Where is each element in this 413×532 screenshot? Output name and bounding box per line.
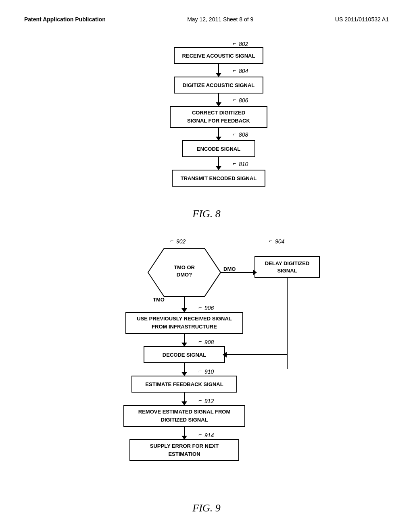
svg-text:DELAY DIGITIZED: DELAY DIGITIZED [265,260,310,266]
svg-text:904: 904 [275,238,285,245]
svg-text:⌐: ⌐ [233,96,236,103]
svg-text:⌐: ⌐ [233,160,236,166]
svg-marker-60 [181,372,187,376]
svg-text:ESTIMATE FEEDBACK SIGNAL: ESTIMATE FEEDBACK SIGNAL [145,381,223,387]
svg-text:FROM INFRASTRUCTURE: FROM INFRASTRUCTURE [152,324,217,330]
svg-text:914: 914 [204,432,214,438]
svg-text:⌐: ⌐ [233,40,236,46]
svg-marker-66 [181,401,187,405]
svg-text:808: 808 [239,131,248,138]
fig8-svg: 802 ⌐ RECEIVE ACOUSTIC SIGNAL 804 ⌐ DIGI… [114,35,299,204]
svg-text:804: 804 [239,68,248,74]
svg-text:DECODE SIGNAL: DECODE SIGNAL [163,352,206,358]
fig9-diagram: 902 ⌐ TMO OR DMO? DMO 904 ⌐ DELAY DIGITI… [24,232,389,498]
svg-text:906: 906 [204,305,214,311]
svg-text:802: 802 [239,41,248,47]
svg-marker-24 [216,166,221,170]
fig8-diagram: 802 ⌐ RECEIVE ACOUSTIC SIGNAL 804 ⌐ DIGI… [24,35,389,204]
svg-text:DIGITIZE ACOUSTIC SIGNAL: DIGITIZE ACOUSTIC SIGNAL [183,82,255,88]
svg-text:⌐: ⌐ [233,67,236,73]
svg-text:902: 902 [176,238,186,245]
svg-text:⌐: ⌐ [198,431,202,438]
svg-text:REMOVE ESTIMATED SIGNAL FROM: REMOVE ESTIMATED SIGNAL FROM [138,409,230,415]
svg-text:⌐: ⌐ [198,397,202,403]
svg-text:SIGNAL FOR FEEDBACK: SIGNAL FOR FEEDBACK [187,118,250,124]
svg-text:⌐: ⌐ [198,338,202,345]
svg-text:⌐: ⌐ [198,304,202,310]
fig9-caption: FIG. 9 [24,502,389,514]
svg-marker-11 [216,102,221,106]
svg-text:DMO?: DMO? [177,272,192,278]
svg-text:806: 806 [239,97,248,104]
svg-text:SIGNAL: SIGNAL [277,268,297,274]
svg-text:CORRECT DIGITIZED: CORRECT DIGITIZED [192,110,245,116]
svg-text:⌐: ⌐ [170,237,173,244]
svg-text:910: 910 [204,368,214,375]
svg-text:⌐: ⌐ [233,131,236,137]
svg-text:TRANSMIT ENCODED SIGNAL: TRANSMIT ENCODED SIGNAL [181,175,257,181]
fig9-svg: 902 ⌐ TMO OR DMO? DMO 904 ⌐ DELAY DIGITI… [86,232,327,498]
svg-text:DMO: DMO [223,266,236,272]
svg-text:TMO: TMO [153,297,165,303]
svg-marker-52 [181,343,187,347]
svg-text:RECEIVE ACOUSTIC SIGNAL: RECEIVE ACOUSTIC SIGNAL [182,53,255,59]
date-sheet-label: May 12, 2011 Sheet 8 of 9 [187,16,253,23]
svg-text:908: 908 [204,339,214,345]
publication-label: Patent Application Publication [24,16,106,23]
page: Patent Application Publication May 12, 2… [0,0,413,532]
svg-text:⌐: ⌐ [198,368,202,374]
svg-text:DIGITIZED SIGNAL: DIGITIZED SIGNAL [161,417,208,423]
svg-text:TMO OR: TMO OR [174,264,195,270]
svg-marker-73 [181,436,187,440]
svg-text:USE PREVIOUSLY RECEIVED SIGNAL: USE PREVIOUSLY RECEIVED SIGNAL [137,316,232,322]
svg-text:SUPPLY ERROR FOR NEXT: SUPPLY ERROR FOR NEXT [150,443,219,449]
patent-number-label: US 2011/0110532 A1 [335,16,389,23]
svg-text:ESTIMATION: ESTIMATION [168,451,200,457]
svg-text:912: 912 [204,398,214,404]
page-header: Patent Application Publication May 12, 2… [24,16,389,23]
svg-rect-37 [255,256,319,277]
svg-marker-5 [216,73,221,77]
svg-text:⌐: ⌐ [269,237,272,244]
svg-marker-18 [216,137,221,141]
svg-text:ENCODE SIGNAL: ENCODE SIGNAL [197,146,240,152]
svg-text:810: 810 [239,161,248,167]
fig8-caption: FIG. 8 [24,208,389,220]
svg-marker-45 [181,308,187,312]
